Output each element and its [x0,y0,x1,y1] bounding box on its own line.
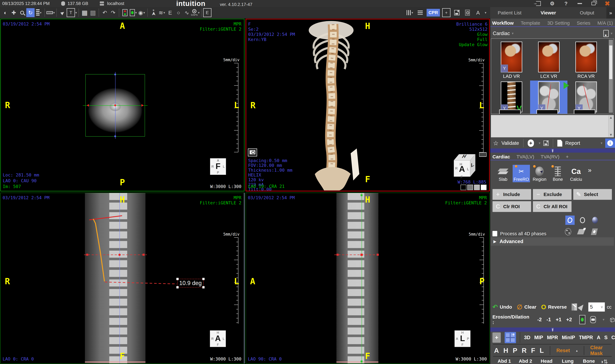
crosshair-center[interactable] [114,104,116,106]
chevron-down-icon[interactable]: ▾ [611,31,613,36]
freeform-shape-toggle[interactable] [565,216,575,225]
validate-star-icon[interactable]: ☆ [493,140,498,147]
dilate-1-button[interactable]: +1 [556,317,561,323]
vessel-tool[interactable]: ≋▾ [158,8,166,17]
handle[interactable] [202,286,205,288]
tab-output[interactable]: Output [568,10,606,15]
info-button[interactable]: i [605,139,615,148]
scroll-up-icon[interactable]: ▲ [609,116,613,120]
advanced-expander[interactable]: ▶ Advanced [491,237,614,246]
gallery-item-lcx-vr[interactable]: LCX VR [530,41,567,80]
orient-h-button[interactable]: H [503,347,508,354]
tab-template[interactable]: Template [521,20,540,26]
tab-tva-lv[interactable]: TVA(LV) [516,154,534,159]
thumbnail-image[interactable]: Y [501,42,522,72]
chevron-down-icon[interactable]: ▾ [485,11,486,14]
thumbnail-image[interactable]: Y [538,81,560,112]
viewport-sagittal[interactable]: 03/19/2012 2:54 PM MPR Filter:iGENTLE 2 … [246,193,490,364]
stack-scroll-tool[interactable]: ▾ [35,8,43,17]
zoom-tool[interactable] [18,8,26,17]
clear-all-roi-button[interactable]: C Clr All ROI [533,201,572,212]
thumbnail-image[interactable] [538,42,560,72]
thumbnail-image[interactable]: YV [501,81,522,112]
tab-ma[interactable]: M/A (1) [597,20,613,26]
tab-viewer[interactable]: Viewer [529,10,568,15]
dilate-2-button[interactable]: +2 [566,317,572,323]
logout-button[interactable] [535,0,542,7]
snapshot-camera-icon[interactable] [248,148,257,156]
gallery-scrollbar[interactable] [609,40,613,113]
tab-tva-rv[interactable]: TVA(RV) [541,154,559,159]
preset-head-button[interactable]: Head [536,358,557,364]
clear-roi-button[interactable]: C Clr ROI [492,201,531,212]
preset-abd2-button[interactable]: Abd 2 [515,358,536,364]
chevron-down-icon[interactable]: ▾ [539,141,540,145]
tab-3d-setting[interactable]: 3D Setting [547,20,570,26]
single-view-button[interactable]: + [492,332,501,343]
nav-overflow-button[interactable]: » [606,7,615,19]
settings-button[interactable]: ⚙ [549,0,556,7]
tab-cardiac[interactable]: Cardiac [492,154,510,159]
report-doc-icon[interactable] [557,140,562,146]
preset-lung-button[interactable]: Lung [557,358,578,364]
clear-icon[interactable]: ∅ [517,303,523,311]
bookmark-icon[interactable] [603,30,609,37]
volume-dropdown[interactable]: 5 ∨ [588,302,605,312]
clear-mask-button[interactable]: Clear Mask [590,345,615,356]
list-scrollbar[interactable]: ▲▼ [608,116,613,137]
tool-calcium[interactable]: Ca Calciu [567,165,585,182]
shutter-tool[interactable]: ◉▾ [137,8,146,17]
minimize-button[interactable] [576,0,583,7]
contrast-tool[interactable]: ◐ [1,8,10,17]
airbrush-icon[interactable] [578,303,586,311]
restore-button[interactable] [590,0,597,7]
mode-coronal[interactable]: C [612,335,615,340]
crosshair-handle[interactable] [114,74,116,75]
chevron-down-icon[interactable]: ▾ [163,11,165,14]
tab-patient-list[interactable]: Patient List [490,10,529,15]
finding-list[interactable]: ▲▼ [491,115,614,137]
help-button[interactable]: ? [563,0,570,7]
chevron-down-icon[interactable]: ▾ [53,11,55,14]
cpr-button[interactable]: CPR [427,9,440,16]
gallery-item-lad-selected[interactable]: Y LAD [530,80,567,114]
ellipse-shape-toggle[interactable] [578,216,587,225]
viewport-3d-vr[interactable]: F Se:2 03/19/2012 2:54 PM Kern:YB Brilli… [246,19,490,191]
orient-p-button[interactable]: P [513,347,517,354]
probe-tool[interactable]: ➤▾ [149,9,158,17]
tool-slab[interactable]: Slab [494,165,512,182]
mode-axial[interactable]: A [597,335,601,340]
gsps-tool[interactable]: GSPS▾ [191,8,200,17]
crosshair-handle[interactable] [114,135,116,137]
mode-mip[interactable]: MIP [534,335,543,340]
save-finding-icon[interactable] [543,141,549,146]
tab-workflow[interactable]: Workflow [492,20,514,26]
vp2-orientation-cube[interactable]: H R A L F H L [449,151,478,180]
chevron-down-icon[interactable]: ▾ [152,10,155,11]
thumbnail-clipped[interactable] [574,110,595,114]
exclude-button[interactable]: − Exclude [533,189,572,200]
thumbnail-image[interactable] [576,42,597,72]
viewport-axial[interactable]: 03/19/2012 2:54 PM MPR Filter:iGENTLE 2 … [0,19,245,191]
gallery-item-lad-vr[interactable]: Y LAD VR [493,41,530,80]
chevron-down-icon[interactable]: ▾ [601,141,602,145]
select-button[interactable]: ✎ Select [573,189,612,200]
motion-tool[interactable]: ∿ [183,8,191,17]
tool-freero[interactable]: ✂ FreeRO [513,165,530,182]
play-icon[interactable] [563,82,569,89]
chevron-down-icon[interactable]: ▾ [512,31,514,36]
close-button[interactable]: ✖ [604,0,611,7]
tab-add[interactable]: + [566,154,569,159]
undo-button[interactable]: Undo [500,304,512,310]
seed-point-toggle[interactable] [579,315,585,324]
tool-region[interactable]: Region [531,165,548,182]
quad-view-button[interactable] [505,332,516,343]
orient-a-button[interactable]: A [494,347,499,354]
scroll-down-icon[interactable]: ▼ [609,133,613,137]
report-button[interactable]: Report [565,140,580,146]
collapse-bar[interactable]: ∨∨ [490,327,615,332]
undo-button[interactable]: ↶ [101,8,109,17]
reverse-icon[interactable]: O [541,303,546,311]
layout-3x3-button[interactable]: ▩ [89,8,97,17]
validate-button[interactable]: Validate [501,140,519,146]
